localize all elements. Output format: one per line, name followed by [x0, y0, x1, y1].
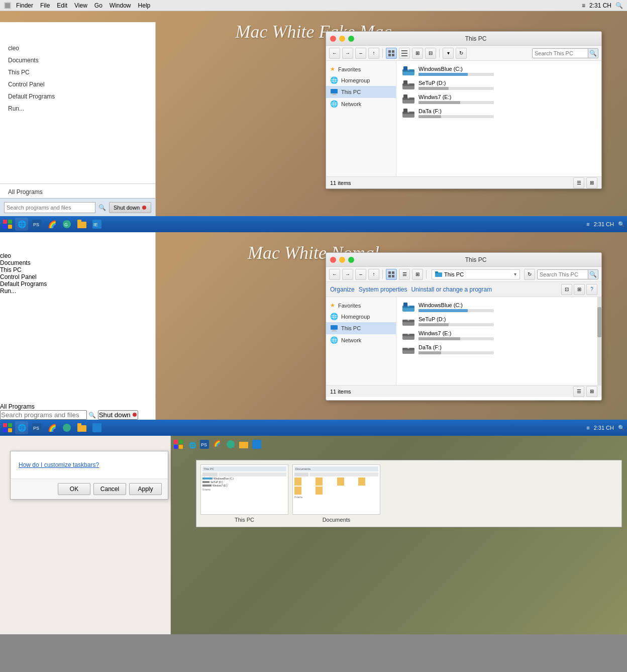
- view-list-btn-2[interactable]: ☰: [399, 269, 410, 280]
- taskbar2-list[interactable]: ≡: [586, 425, 589, 431]
- action-view-btn2[interactable]: ⊞: [574, 284, 585, 295]
- taskbar-chrome-icon[interactable]: 🌈: [45, 218, 58, 231]
- drive2-f-item[interactable]: DaTa (F:): [399, 342, 598, 356]
- refresh-btn-1[interactable]: ↻: [456, 48, 467, 59]
- menu-edit[interactable]: Edit: [57, 2, 67, 9]
- action-help-btn[interactable]: ?: [586, 284, 597, 295]
- drive-e-item[interactable]: Windws7 (E:): [399, 92, 598, 106]
- taskbar3-ps[interactable]: PS: [200, 440, 211, 451]
- sidebar-thispc-1[interactable]: This PC: [326, 86, 396, 98]
- apple-logo[interactable]: [4, 2, 11, 9]
- status-list-view[interactable]: ☰: [573, 177, 584, 188]
- system-props-link[interactable]: System properties: [359, 286, 407, 293]
- all-programs-2[interactable]: All Programs: [0, 403, 155, 410]
- taskbar3-folder[interactable]: [239, 440, 250, 451]
- preview-documents[interactable]: Documents 8 item: [292, 464, 380, 523]
- taskbar2-chrome-icon[interactable]: 🌈: [45, 421, 58, 434]
- start-button-1[interactable]: [2, 219, 13, 230]
- dialog-apply-btn[interactable]: Apply: [129, 483, 162, 495]
- maximize-button-1[interactable]: [348, 36, 354, 42]
- view-grid-btn-2[interactable]: [386, 269, 397, 280]
- minimize-button-1[interactable]: [339, 36, 345, 42]
- search-submit-btn-1[interactable]: 🔍: [588, 49, 598, 58]
- drive2-c-item[interactable]: WindowsBlue (C:): [399, 300, 598, 314]
- drive-d-item[interactable]: SeTuP (D:): [399, 78, 598, 92]
- dialog-ok-btn[interactable]: OK: [58, 483, 90, 495]
- drive-c-item[interactable]: WindowsBlue (C:): [399, 64, 598, 78]
- start-menu2-cleo[interactable]: cleo: [0, 252, 155, 259]
- search-icon[interactable]: 🔍: [615, 2, 623, 9]
- sidebar2-thispc[interactable]: This PC: [326, 322, 396, 334]
- taskbar3-start[interactable]: [174, 440, 185, 451]
- taskbar3-green[interactable]: [226, 440, 237, 451]
- customize-taskbars-link[interactable]: How do I customize taskbars?: [19, 461, 99, 468]
- sidebar-favorites-1[interactable]: ★ Favorites: [326, 64, 396, 74]
- maximize-button-2[interactable]: [348, 257, 354, 263]
- status-grid-view[interactable]: ⊞: [586, 177, 597, 188]
- drive-f-item[interactable]: DaTa (F:): [399, 106, 598, 120]
- search-submit-btn-2[interactable]: 🔍: [588, 270, 598, 279]
- sort-dropdown-1[interactable]: ▾: [443, 48, 454, 59]
- action-view-btn1[interactable]: ⊡: [561, 284, 572, 295]
- start-menu-item-thispc[interactable]: This PC: [0, 66, 155, 78]
- close-button-2[interactable]: [330, 257, 336, 263]
- shutdown-button-1[interactable]: Shut down: [109, 202, 151, 213]
- nav-forward-btn-2[interactable]: →: [342, 269, 353, 280]
- view-list-btn-1[interactable]: [399, 48, 410, 59]
- taskbar2-folder-icon[interactable]: [75, 421, 88, 434]
- nav-up-btn-2[interactable]: ↑: [368, 269, 379, 280]
- view-panel-btn-2[interactable]: ⊞: [412, 269, 423, 280]
- sidebar2-network[interactable]: 🌐 Network: [326, 334, 396, 346]
- start-menu2-defaultprograms[interactable]: Default Programs: [0, 280, 155, 287]
- menu-help[interactable]: Help: [138, 2, 151, 9]
- shutdown-button-2[interactable]: Shut down: [98, 410, 139, 420]
- start-button-2[interactable]: [2, 422, 13, 433]
- status2-list-view[interactable]: ☰: [573, 386, 584, 397]
- nav-dash-btn-2[interactable]: –: [355, 269, 366, 280]
- menu-file[interactable]: File: [40, 2, 50, 9]
- taskbar2-green-icon[interactable]: [60, 421, 73, 434]
- uninstall-link[interactable]: Uninstall or change a program: [411, 286, 492, 293]
- menu-view[interactable]: View: [74, 2, 87, 9]
- preview-thispc[interactable]: This PC WindowsBlue (C:) SeTuP (D:): [200, 464, 288, 523]
- nav-up-btn-1[interactable]: ↑: [368, 48, 379, 59]
- refresh-btn-2[interactable]: ↻: [524, 269, 535, 280]
- taskbar-blue-icon[interactable]: IE: [90, 218, 103, 231]
- sidebar-network-1[interactable]: 🌐 Network: [326, 98, 396, 110]
- minimize-button-2[interactable]: [339, 257, 345, 263]
- search-input-1[interactable]: [4, 202, 95, 213]
- start-menu-item-documents[interactable]: Documents: [0, 54, 155, 66]
- menu-finder[interactable]: Finder: [16, 2, 33, 9]
- start-menu-item-defaultprograms[interactable]: Default Programs: [0, 90, 155, 103]
- list-icon[interactable]: ≡: [582, 2, 585, 9]
- taskbar2-ie-icon[interactable]: 🌐: [15, 421, 28, 434]
- start-menu-item-run[interactable]: Run...: [0, 103, 155, 115]
- menu-window[interactable]: Window: [110, 2, 131, 9]
- start-menu2-documents[interactable]: Documents: [0, 259, 155, 266]
- nav-forward-btn-1[interactable]: →: [342, 48, 353, 59]
- start-menu-item-controlpanel[interactable]: Control Panel: [0, 78, 155, 90]
- nav-back-btn-2[interactable]: ←: [329, 269, 340, 280]
- organize-link[interactable]: Organize: [330, 286, 355, 293]
- view-panel-btn-1[interactable]: ⊞: [412, 48, 423, 59]
- view-grid-btn-1[interactable]: [386, 48, 397, 59]
- view-preview-btn-1[interactable]: ⊟: [425, 48, 436, 59]
- drive2-d-item[interactable]: SeTuP (D:): [399, 314, 598, 328]
- taskbar2-search[interactable]: 🔍: [618, 425, 625, 431]
- start-menu2-controlpanel[interactable]: Control Panel: [0, 273, 155, 280]
- search-input-2[interactable]: [0, 410, 87, 420]
- sidebar2-favorites[interactable]: ★ Favorites: [326, 300, 396, 311]
- start-menu-item-cleo[interactable]: cleo: [0, 42, 155, 54]
- start-menu2-thispc[interactable]: This PC: [0, 266, 155, 273]
- drive2-e-item[interactable]: Windws7 (E:): [399, 328, 598, 342]
- sidebar2-homegroup[interactable]: 🌐 Homegroup: [326, 311, 396, 322]
- search-input-thispc-2[interactable]: [538, 270, 588, 279]
- all-programs-1[interactable]: All Programs: [0, 186, 155, 198]
- menu-go[interactable]: Go: [94, 2, 102, 9]
- taskbar-ps-icon[interactable]: PS: [30, 218, 43, 231]
- start-menu2-run[interactable]: Run...: [0, 287, 155, 295]
- taskbar-green-icon[interactable]: G: [60, 218, 73, 231]
- taskbar1-search[interactable]: 🔍: [618, 221, 625, 228]
- status2-grid-view[interactable]: ⊞: [586, 386, 597, 397]
- dialog-cancel-btn[interactable]: Cancel: [93, 483, 126, 495]
